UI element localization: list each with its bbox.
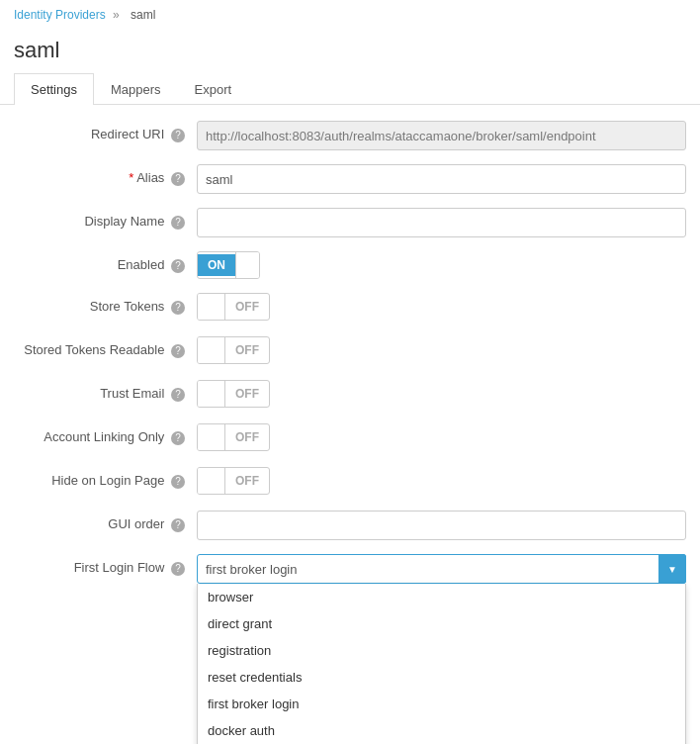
trust-email-row: Trust Email ? OFF	[0, 380, 700, 410]
enabled-row: Enabled ? ON	[0, 251, 700, 279]
account-linking-only-off-label: OFF	[225, 426, 269, 448]
alias-row: * Alias ?	[0, 164, 700, 194]
alias-help-icon[interactable]: ?	[171, 172, 185, 186]
trust-email-wrap: OFF	[197, 380, 686, 410]
redirect-uri-input	[197, 121, 686, 150]
trust-email-help-icon[interactable]: ?	[171, 388, 185, 402]
store-tokens-wrap: OFF	[197, 293, 686, 323]
account-linking-only-toggle[interactable]: OFF	[197, 423, 270, 451]
redirect-uri-row: Redirect URI ?	[0, 121, 700, 150]
stored-tokens-readable-row: Stored Tokens Readable ? OFF	[0, 336, 700, 366]
account-linking-only-row: Account Linking Only ? OFF	[0, 423, 700, 453]
store-tokens-row: Store Tokens ? OFF	[0, 293, 700, 323]
enabled-help-icon[interactable]: ?	[171, 259, 185, 273]
first-login-flow-label: First Login Flow ?	[14, 554, 197, 576]
breadcrumb-separator: »	[113, 8, 120, 22]
dropdown-item-first-broker-login[interactable]: first broker login	[198, 691, 685, 717]
account-linking-only-wrap: OFF	[197, 423, 686, 453]
dropdown-item-browser[interactable]: browser	[198, 584, 685, 610]
hide-on-login-page-label: Hide on Login Page ?	[14, 467, 197, 489]
hide-on-login-page-off-label: OFF	[225, 470, 269, 492]
alias-wrap	[197, 164, 686, 194]
display-name-input[interactable]	[197, 208, 686, 237]
first-login-flow-row: First Login Flow ? browser direct grant …	[0, 554, 700, 584]
redirect-uri-wrap	[197, 121, 686, 150]
store-tokens-label: Store Tokens ?	[14, 293, 197, 315]
tabs-container: Settings Mappers Export	[0, 73, 700, 105]
page-title: saml	[0, 30, 700, 73]
alias-label: * Alias ?	[14, 164, 197, 186]
alias-input[interactable]	[197, 164, 686, 194]
first-login-flow-wrap: browser direct grant registration reset …	[197, 554, 686, 584]
gui-order-input[interactable]	[197, 511, 686, 540]
first-login-flow-select[interactable]: browser direct grant registration reset …	[197, 554, 686, 584]
stored-tokens-readable-wrap: OFF	[197, 336, 686, 366]
dropdown-item-registration[interactable]: registration	[198, 637, 685, 664]
display-name-wrap	[197, 208, 686, 237]
hide-on-login-page-wrap: OFF	[197, 467, 686, 497]
gui-order-label: GUI order ?	[14, 511, 197, 532]
stored-tokens-readable-label: Stored Tokens Readable ?	[14, 336, 197, 359]
trust-email-label: Trust Email ?	[14, 380, 197, 402]
account-linking-only-label: Account Linking Only ?	[14, 423, 197, 445]
gui-order-wrap	[197, 511, 686, 540]
dropdown-item-reset-credentials[interactable]: reset credentials	[198, 664, 685, 691]
store-tokens-help-icon[interactable]: ?	[171, 301, 185, 315]
tab-mappers[interactable]: Mappers	[94, 73, 178, 105]
gui-order-help-icon[interactable]: ?	[171, 518, 185, 532]
tab-export[interactable]: Export	[178, 73, 249, 105]
stored-tokens-readable-toggle[interactable]: OFF	[197, 336, 270, 364]
store-tokens-toggle[interactable]: OFF	[197, 293, 270, 321]
breadcrumb-current: saml	[131, 8, 155, 22]
store-tokens-off-label: OFF	[225, 296, 269, 318]
enabled-label: Enabled ?	[14, 251, 197, 273]
hide-on-login-page-help-icon[interactable]: ?	[171, 475, 185, 489]
settings-form: Redirect URI ? * Alias ? Display Name ? …	[0, 105, 700, 744]
dropdown-item-direct-grant[interactable]: direct grant	[198, 610, 685, 637]
hide-on-login-page-row: Hide on Login Page ? OFF	[0, 467, 700, 497]
hide-on-login-page-toggle[interactable]: OFF	[197, 467, 270, 495]
enabled-wrap: ON	[197, 251, 686, 279]
display-name-row: Display Name ?	[0, 208, 700, 237]
stored-tokens-readable-help-icon[interactable]: ?	[171, 344, 185, 358]
tab-settings[interactable]: Settings	[14, 73, 94, 105]
dropdown-item-docker-auth[interactable]: docker auth	[198, 717, 685, 744]
enabled-on-label: ON	[198, 254, 235, 276]
redirect-uri-label: Redirect URI ?	[14, 121, 197, 142]
trust-email-off-label: OFF	[225, 383, 269, 405]
gui-order-row: GUI order ?	[0, 511, 700, 540]
stored-tokens-readable-off-label: OFF	[225, 339, 269, 361]
breadcrumb-link[interactable]: Identity Providers	[14, 8, 106, 22]
display-name-help-icon[interactable]: ?	[171, 216, 185, 230]
enabled-toggle[interactable]: ON	[197, 251, 260, 279]
breadcrumb: Identity Providers » saml	[0, 0, 700, 30]
first-login-flow-dropdown: browser direct grant registration reset …	[197, 584, 686, 744]
redirect-uri-help-icon[interactable]: ?	[171, 129, 185, 142]
first-login-flow-help-icon[interactable]: ?	[171, 562, 185, 576]
trust-email-toggle[interactable]: OFF	[197, 380, 270, 408]
display-name-label: Display Name ?	[14, 208, 197, 230]
account-linking-only-help-icon[interactable]: ?	[171, 431, 185, 445]
